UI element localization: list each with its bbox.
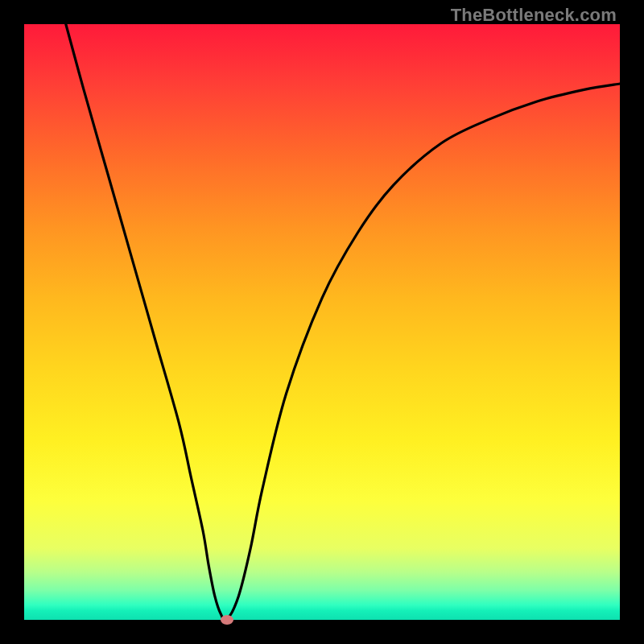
bottleneck-curve bbox=[24, 24, 620, 620]
plot-area bbox=[24, 24, 620, 620]
optimum-marker bbox=[221, 615, 233, 625]
chart-frame: TheBottleneck.com bbox=[0, 0, 644, 644]
watermark-text: TheBottleneck.com bbox=[451, 5, 617, 26]
